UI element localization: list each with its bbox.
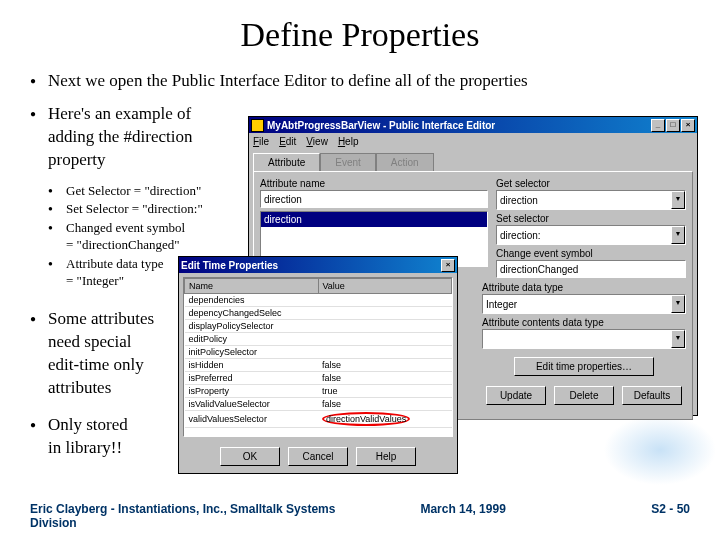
table-row[interactable]: isValidValueSelectorfalse: [185, 398, 452, 411]
table-row[interactable]: displayPolicySelector: [185, 320, 452, 333]
cancel-button[interactable]: Cancel: [288, 447, 348, 466]
table-row[interactable]: isHiddenfalse: [185, 359, 452, 372]
window-title: MyAbtProgressBarView - Public Interface …: [267, 120, 495, 131]
bullet-icon: [30, 70, 48, 93]
table-row[interactable]: editPolicy: [185, 333, 452, 346]
titlebar[interactable]: Edit Time Properties ×: [179, 257, 457, 273]
table-row-highlighted[interactable]: validValuesSelectordirectionValidValues: [185, 411, 452, 428]
table-row[interactable]: isPropertytrue: [185, 385, 452, 398]
minimize-button[interactable]: _: [651, 119, 665, 132]
titlebar[interactable]: MyAbtProgressBarView - Public Interface …: [249, 117, 697, 133]
table-row[interactable]: dependencies: [185, 294, 452, 307]
update-button[interactable]: Update: [486, 386, 546, 405]
chevron-down-icon[interactable]: ▼: [671, 330, 685, 348]
chevron-down-icon[interactable]: ▼: [671, 295, 685, 313]
label-attr-type: Attribute data type: [482, 282, 686, 293]
maximize-button[interactable]: □: [666, 119, 680, 132]
menubar: File Edit View Help: [249, 133, 697, 149]
bullet-1: Next we open the Public Interface Editor…: [30, 70, 690, 93]
menu-file[interactable]: File: [253, 136, 269, 147]
help-button[interactable]: Help: [356, 447, 416, 466]
menu-view[interactable]: View: [306, 136, 328, 147]
footer: Eric Clayberg - Instantiations, Inc., Sm…: [30, 502, 690, 530]
highlight-oval: directionValidValues: [322, 412, 410, 426]
set-selector-combo[interactable]: direction:▼: [496, 225, 686, 245]
chevron-down-icon[interactable]: ▼: [671, 191, 685, 209]
list-item[interactable]: direction: [261, 212, 487, 227]
table-row[interactable]: initPolicySelector: [185, 346, 452, 359]
bullet-text: Here's an example of adding the #directi…: [48, 103, 240, 172]
table-row[interactable]: depencyChangedSelec: [185, 307, 452, 320]
tab-attribute[interactable]: Attribute: [253, 153, 320, 171]
label-get-selector: Get selector: [496, 178, 686, 189]
bullet-icon: [48, 255, 66, 290]
attr-type-combo[interactable]: Integer▼: [482, 294, 686, 314]
tab-action[interactable]: Action: [376, 153, 434, 171]
attribute-name-field[interactable]: direction: [260, 190, 488, 208]
edit-time-properties-button[interactable]: Edit time properties…: [514, 357, 654, 376]
menu-edit[interactable]: Edit: [279, 136, 296, 147]
table-row[interactable]: isPreferredfalse: [185, 372, 452, 385]
footer-author: Eric Clayberg - Instantiations, Inc., Sm…: [30, 502, 360, 530]
bullet-icon: [30, 414, 48, 460]
chevron-down-icon[interactable]: ▼: [671, 226, 685, 244]
properties-table[interactable]: Name Value dependencies depencyChangedSe…: [183, 277, 453, 437]
bullet-icon: [48, 219, 66, 254]
bullet-icon: [30, 103, 48, 172]
close-button[interactable]: ×: [441, 259, 455, 272]
tabs: Attribute Event Action: [249, 149, 697, 171]
change-event-field[interactable]: directionChanged: [496, 260, 686, 278]
tab-event[interactable]: Event: [320, 153, 376, 171]
get-selector-combo[interactable]: direction▼: [496, 190, 686, 210]
bullet-icon: [48, 200, 66, 218]
label-attribute-name: Attribute name: [260, 178, 488, 189]
delete-button[interactable]: Delete: [554, 386, 614, 405]
footer-page: S2 - 50: [566, 502, 690, 530]
screenshot-area: MyAbtProgressBarView - Public Interface …: [248, 116, 698, 476]
bullet-text: Next we open the Public Interface Editor…: [48, 70, 690, 93]
window-title: Edit Time Properties: [181, 260, 278, 271]
table-header: Name Value: [185, 279, 452, 294]
defaults-button[interactable]: Defaults: [622, 386, 682, 405]
footer-date: March 14, 1999: [360, 502, 566, 530]
label-set-selector: Set selector: [496, 213, 686, 224]
bullet-icon: [48, 182, 66, 200]
slide-title: Define Properties: [30, 16, 690, 54]
menu-help[interactable]: Help: [338, 136, 359, 147]
label-contents-type: Attribute contents data type: [482, 317, 686, 328]
close-button[interactable]: ×: [681, 119, 695, 132]
contents-type-combo[interactable]: ▼: [482, 329, 686, 349]
app-icon: [251, 119, 264, 132]
ok-button[interactable]: OK: [220, 447, 280, 466]
edit-time-properties-dialog: Edit Time Properties × Name Value depend…: [178, 256, 458, 474]
label-change-event: Change event symbol: [496, 248, 686, 259]
bullet-icon: [30, 308, 48, 400]
bullet-2: Here's an example of adding the #directi…: [30, 103, 240, 172]
